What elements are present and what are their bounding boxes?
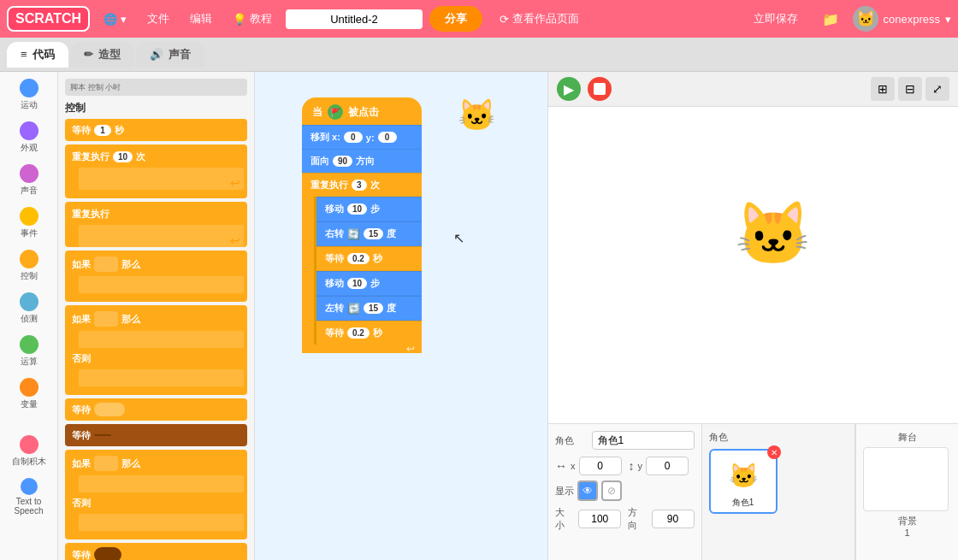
x-coord-group: ↔ x — [555, 457, 622, 475]
green-flag-icon: 🚩 — [328, 104, 343, 120]
block-wait-sec[interactable]: 等待 1 秒 — [65, 119, 247, 141]
sprite-panel: 角色 ↔ x ↕ y 显示 � — [548, 423, 958, 560]
blocks-panel: 运动 外观 声音 事件 控制 侦测 运算 变量 — [0, 72, 58, 560]
globe-icon: 🌐 — [103, 13, 117, 26]
cloud-button[interactable]: 📁 — [815, 8, 846, 31]
stage-area: ▶ ⊞ ⊟ ⤢ 🐱 角色 — [547, 72, 958, 560]
save-button[interactable]: 立即保存 — [743, 6, 808, 32]
category-control[interactable]: 控制 — [3, 246, 55, 286]
category-sound[interactable]: 声音 — [3, 161, 55, 200]
hide-button[interactable]: ⊘ — [601, 480, 622, 501]
variables-dot — [20, 378, 38, 397]
tab-sounds[interactable]: 🔊 声音 — [136, 42, 204, 68]
control-dot — [20, 250, 38, 268]
category-events[interactable]: 事件 — [3, 203, 55, 243]
size-dir-controls: 大小 方向 — [555, 506, 695, 532]
size-input[interactable] — [578, 510, 621, 528]
share-button[interactable]: 分享 — [429, 6, 482, 32]
block-if[interactable]: 如果 那么 — [65, 251, 247, 302]
cloud-icon: 📁 — [822, 12, 839, 27]
category-operators[interactable]: 运算 — [3, 332, 55, 371]
block-move1[interactable]: 移动 10 步 — [316, 197, 422, 221]
user-dropdown-icon: ▾ — [945, 13, 951, 26]
user-area[interactable]: 🐱 conexpress ▾ — [853, 6, 951, 32]
view-icon: ⟳ — [500, 13, 509, 26]
fullscreen-button[interactable]: ⤢ — [925, 77, 949, 101]
sensing-dot — [20, 292, 38, 311]
tutorials-button[interactable]: 💡 教程 — [226, 8, 279, 30]
stage-bg-count: 背景 1 — [863, 515, 951, 538]
sprite-thumb-cat[interactable]: ✕ 🐱 角色1 — [709, 449, 778, 514]
right-turn-icon: 🔄 — [347, 228, 360, 240]
block-if2[interactable]: 如果 那么 否则 — [65, 450, 247, 539]
sprite-info: 角色 ↔ x ↕ y 显示 � — [548, 424, 702, 560]
block-wait3[interactable]: 等待 — [65, 543, 247, 560]
block-repeat[interactable]: 重复执行 10 次 ↩ — [65, 144, 247, 198]
myblocks-dot — [20, 435, 38, 454]
sprite-name-input[interactable] — [592, 431, 695, 450]
small-stage-button[interactable]: ⊞ — [871, 77, 895, 101]
block-forever[interactable]: 重复执行 ↩ — [65, 202, 247, 247]
show-button[interactable]: 👁 — [577, 480, 598, 501]
block-wait-2[interactable]: 等待 0.2 秒 — [316, 321, 422, 345]
stage-thumb-canvas[interactable] — [863, 447, 949, 511]
operators-dot — [20, 335, 38, 354]
code-tab-icon: ≡ — [21, 48, 27, 61]
direction-input[interactable] — [652, 510, 695, 528]
category-motion[interactable]: 运动 — [3, 75, 55, 115]
large-stage-button[interactable]: ⊟ — [898, 77, 922, 101]
green-flag-button[interactable]: ▶ — [557, 77, 581, 101]
category-text-to-speech[interactable]: Text to Speech — [3, 475, 55, 519]
cat-sprite-stage[interactable]: 🐱 — [735, 197, 812, 270]
block-wait-1[interactable]: 等待 0.2 秒 — [316, 246, 422, 271]
block-face-dir[interactable]: 面向 90 方向 — [302, 149, 422, 173]
palette: 脚本 控制 小时 控制 等待 1 秒 重复执行 10 次 ↩ — [58, 72, 255, 560]
block-move-to[interactable]: 移到 x: 0 y: 0 — [302, 125, 422, 149]
cat-sprite-code-area: 🐱 — [458, 97, 496, 133]
category-sensing[interactable]: 侦测 — [3, 289, 55, 328]
code-canvas: 当 🚩 被点击 移到 x: 0 y: 0 面向 90 方向 — [255, 72, 547, 560]
main-block-stack[interactable]: 当 🚩 被点击 移到 x: 0 y: 0 面向 90 方向 — [302, 97, 422, 353]
stage-controls: ▶ — [557, 77, 612, 101]
sprite-coords: ↔ x ↕ y — [555, 457, 695, 475]
tts-dot — [21, 478, 38, 495]
palette-section-control: 控制 — [65, 101, 247, 115]
block-if-else[interactable]: 如果 那么 否则 — [65, 305, 247, 395]
looks-dot — [20, 121, 38, 140]
stage-thumb: 舞台 背景 1 — [855, 424, 958, 560]
red-stop-button[interactable] — [588, 77, 612, 101]
costumes-tab-icon: ✏ — [84, 48, 93, 61]
block-right-turn[interactable]: 右转 🔄 15 度 — [316, 221, 422, 246]
category-myblocks[interactable]: 自制积木 — [3, 432, 55, 471]
repeat-arrow-icon: ↩ — [406, 343, 415, 355]
block-left-turn[interactable]: 左转 🔄 15 度 — [316, 296, 422, 321]
block-repeat3[interactable]: 重复执行 3 次 移动 10 步 右转 — [302, 173, 422, 353]
x-coord-input[interactable] — [579, 457, 622, 475]
sprite-delete-button[interactable]: ✕ — [767, 445, 781, 459]
block-wait-until[interactable]: 等待 — [65, 398, 247, 421]
view-page-button[interactable]: ⟳ 查看作品页面 — [489, 6, 589, 32]
file-menu-button[interactable]: 文件 — [140, 8, 176, 30]
category-looks[interactable]: 外观 — [3, 118, 55, 157]
hat-block[interactable]: 当 🚩 被点击 — [302, 97, 422, 125]
sprite-list: 角色 ✕ 🐱 角色1 — [702, 424, 856, 560]
tab-costumes[interactable]: ✏ 造型 — [70, 42, 134, 68]
edit-menu-button[interactable]: 编辑 — [183, 8, 219, 30]
code-area[interactable]: 当 🚩 被点击 移到 x: 0 y: 0 面向 90 方向 — [255, 72, 547, 560]
scratch-logo: SCRATCH — [7, 6, 90, 32]
sound-dot — [20, 164, 38, 183]
tabbar: ≡ 代码 ✏ 造型 🔊 声音 — [0, 38, 958, 72]
y-coord-group: ↕ y — [629, 457, 689, 475]
stage-canvas[interactable]: 🐱 — [548, 107, 958, 423]
sprite-thumb-image: 🐱 — [714, 454, 774, 497]
globe-dropdown-icon: ▾ — [121, 13, 127, 26]
repeat-inner: 移动 10 步 右转 🔄 15 度 等待 — [314, 197, 422, 345]
globe-button[interactable]: 🌐 ▾ — [97, 9, 133, 29]
category-variables[interactable]: 变量 — [3, 374, 55, 414]
block-move2[interactable]: 移动 10 步 — [316, 271, 422, 296]
block-wait2[interactable]: 等待 — [65, 424, 247, 446]
tab-code[interactable]: ≡ 代码 — [7, 42, 68, 68]
project-name-input[interactable] — [286, 9, 423, 29]
motion-dot — [20, 79, 38, 97]
y-coord-input[interactable] — [646, 457, 689, 475]
